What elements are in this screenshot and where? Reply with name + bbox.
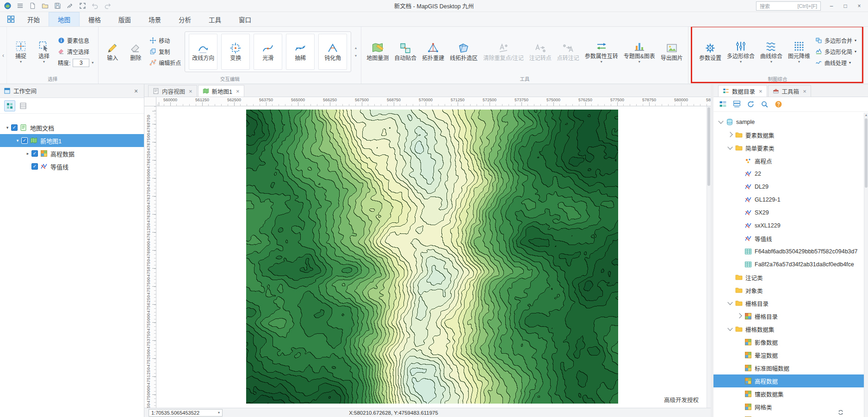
blunt-angle-button[interactable]: 钝化角	[318, 34, 347, 70]
refresh-icon[interactable]	[746, 100, 755, 109]
grid-menu-button[interactable]	[3, 12, 19, 26]
line-topo-region-button[interactable]: 线拓扑造区	[447, 40, 480, 63]
undo-icon[interactable]	[91, 2, 99, 10]
map-tab[interactable]: 新地图1×	[198, 85, 244, 97]
element-reduce-button[interactable]: 图元降维 ▾	[786, 38, 812, 65]
gallery-up-icon[interactable]: ▲	[354, 46, 357, 49]
workspace-view-tree-button[interactable]	[4, 100, 15, 111]
polygon-simplify-button[interactable]: 多边形化简 ▾	[815, 47, 856, 56]
ribbon-tab-5[interactable]: 场景	[140, 12, 170, 26]
minimize-button[interactable]: –	[825, 1, 837, 11]
clear-selection-button[interactable]: 清空选择	[58, 47, 93, 56]
select-button[interactable]: 选择 ▾	[33, 38, 55, 65]
move-button[interactable]: 移动	[149, 36, 181, 45]
ribbon-tab-6[interactable]: 分析	[170, 12, 200, 26]
chevron-expanded-icon[interactable]	[727, 325, 732, 331]
catalog-tree-item[interactable]: 栅格数据集	[713, 323, 868, 336]
catalog-vertical-scrollbar[interactable]: ▲	[864, 113, 868, 417]
catalog-tree-item[interactable]: 要素数据集	[713, 129, 868, 141]
ribbon-tab-4[interactable]: 版面	[110, 12, 140, 26]
chevron-collapsed-icon[interactable]	[727, 132, 732, 137]
topo-rebuild-button[interactable]: 拓扑重建	[420, 40, 446, 63]
maximize-button[interactable]: □	[839, 1, 851, 11]
catalog-tree-item[interactable]: F64abf6adb350429bbb57f582c094b3d7	[713, 245, 868, 258]
param-attr-swap-button[interactable]: 参数属性互转 ▾	[583, 38, 620, 65]
auto-snap-button[interactable]: 自动贴合	[392, 40, 419, 63]
snap-button[interactable]: 捕捉 ▾	[10, 38, 32, 65]
thin-button[interactable]: 抽稀	[286, 34, 315, 70]
catalog-tree-item[interactable]: 对象类	[713, 284, 868, 297]
catalog-tab[interactable]: 数据目录×	[718, 85, 767, 97]
catalog-tree-item[interactable]: 高程点	[713, 154, 868, 167]
close-icon[interactable]: ×	[189, 88, 192, 95]
chevron-expanded-icon[interactable]	[727, 300, 732, 305]
ribbon-tab-3[interactable]: 栅格	[80, 12, 110, 26]
checkbox[interactable]: ✓	[31, 163, 38, 170]
catalog-tree-item[interactable]: 注记类	[713, 271, 868, 284]
catalog-tree-item[interactable]: 影像数据	[713, 336, 868, 349]
workspace-tree-item[interactable]: ▸✓高程数据	[0, 147, 144, 160]
menu-icon[interactable]	[16, 2, 24, 10]
workspace-tree-item[interactable]: ✓等值线	[0, 160, 144, 173]
catalog-tree-item[interactable]: 栅格目录	[713, 310, 868, 323]
catalog-tree-item[interactable]: SX29	[713, 206, 868, 219]
input-button[interactable]: 输入	[101, 40, 124, 63]
export-image-button[interactable]: 导出图片	[658, 40, 685, 63]
change-line-direction-button[interactable]: 改线方向	[189, 34, 217, 70]
close-icon[interactable]: ×	[759, 88, 763, 95]
chevron-expanded-icon[interactable]	[718, 118, 723, 123]
catalog-tree-item[interactable]: 晕渲数据	[713, 349, 868, 362]
scale-selector[interactable]: 1:70535.5065453522 ▾	[149, 409, 223, 417]
help-icon[interactable]	[774, 100, 783, 109]
map-measure-button[interactable]: 地图量测	[364, 40, 391, 63]
expand-arrow-icon[interactable]: ▸	[24, 151, 31, 156]
catalog-tree-item[interactable]: DL29	[713, 180, 868, 193]
checkbox[interactable]: ✓	[31, 150, 38, 157]
checkbox[interactable]: ✓	[21, 137, 28, 144]
workspace-tree-item[interactable]: ▾✓新地图1	[0, 134, 144, 147]
ribbon-scroll-left[interactable]: ‹	[0, 27, 7, 84]
workspace-tree-item[interactable]: ▾✓地图文档	[0, 121, 144, 134]
polygon-generalize-button[interactable]: 多边形综合 ▾	[725, 38, 757, 65]
catalog-tree-item[interactable]: 标准图幅数据	[713, 362, 868, 374]
catalog-tab[interactable]: 工具箱×	[768, 85, 811, 97]
ribbon-tab-1[interactable]: 开始	[19, 12, 49, 26]
ribbon-tab-2[interactable]: 地图	[49, 12, 80, 26]
edit-vertex-button[interactable]: 编辑折点	[149, 58, 181, 67]
scrollbar-thumb[interactable]	[707, 107, 710, 186]
close-button[interactable]: ×	[853, 1, 865, 11]
catalog-tree-item[interactable]: 高程数据	[713, 374, 868, 387]
tools-icon[interactable]	[66, 2, 74, 10]
chevron-expanded-icon[interactable]	[727, 144, 732, 149]
catalog-tree-item[interactable]: 等值线	[713, 232, 868, 245]
refresh-button[interactable]	[837, 409, 845, 416]
ribbon-tab-8[interactable]: 窗口	[230, 12, 260, 26]
close-icon[interactable]: ×	[803, 88, 806, 95]
catalog-tree-item[interactable]: 栅格目录	[713, 297, 868, 310]
transform-button[interactable]: 变换	[221, 34, 250, 70]
map-tab[interactable]: 内容视图×	[148, 85, 197, 97]
curve-generalize-button[interactable]: 曲线综合 ▾	[758, 38, 785, 65]
expand-arrow-icon[interactable]: ▾	[4, 125, 11, 130]
scroll-up-icon[interactable]: ▲	[864, 113, 868, 117]
catalog-group-icon[interactable]	[732, 100, 741, 109]
redo-icon[interactable]	[104, 2, 111, 10]
precision-input[interactable]	[73, 59, 89, 67]
chevron-collapsed-icon[interactable]	[737, 313, 742, 318]
chevron-down-icon[interactable]: ▾	[92, 61, 93, 65]
polygon-merge-button[interactable]: 多边形合并 ▾	[815, 36, 856, 45]
gallery-down-icon[interactable]: ▼	[354, 54, 357, 57]
workspace-view-list-button[interactable]	[18, 100, 29, 111]
catalog-tree-item[interactable]: sample	[713, 116, 868, 129]
catalog-tree-item[interactable]: 简单要素类	[713, 141, 868, 154]
open-icon[interactable]	[41, 2, 49, 10]
curve-process-button[interactable]: 曲线处理 ▾	[815, 58, 856, 67]
copy-button[interactable]: 复制	[149, 47, 181, 56]
catalog-tree-item[interactable]: 22	[713, 167, 868, 180]
catalog-tree-item[interactable]: 镶嵌数据集	[713, 387, 868, 400]
close-icon[interactable]: ×	[132, 87, 140, 95]
new-document-icon[interactable]	[29, 2, 36, 10]
terrain-map[interactable]	[246, 110, 618, 404]
param-settings-button[interactable]: 参数设置	[697, 40, 724, 63]
thematic-chart-button[interactable]: 专题图&图表 ▾	[621, 38, 657, 65]
